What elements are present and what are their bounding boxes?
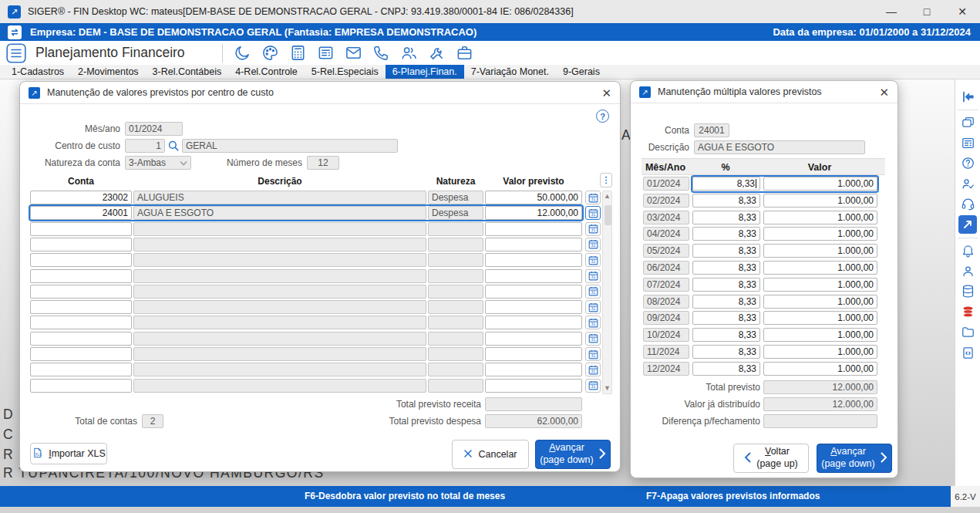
table-scrollbar[interactable]: ▲ ▼ [602, 191, 612, 394]
cell-valor-input[interactable]: 1.000,00 [763, 362, 877, 376]
cell-descricao[interactable] [133, 300, 426, 314]
cell-conta[interactable] [30, 285, 132, 299]
calendar-icon[interactable]: 31 [585, 253, 601, 267]
cell-valor-previsto[interactable] [485, 285, 582, 299]
cell-percent-input[interactable]: 8,33 [692, 177, 760, 191]
mes-ano-field[interactable]: 01/2024 [125, 122, 183, 136]
cell-descricao[interactable] [133, 379, 426, 393]
calendar-icon[interactable]: 31 [585, 191, 601, 204]
cell-percent-input[interactable]: 8,33 [692, 295, 760, 309]
cell-percent-input[interactable]: 8,33 [692, 345, 760, 359]
cell-conta[interactable] [30, 269, 132, 283]
calculator-icon[interactable] [289, 44, 307, 62]
cell-valor-previsto[interactable] [485, 363, 582, 376]
switch-company-icon[interactable] [8, 25, 22, 39]
cost-table-row[interactable]: 31 [30, 300, 601, 314]
calendar-icon[interactable]: 31 [585, 300, 601, 314]
cell-valor-previsto[interactable]: 50.000,00 [485, 191, 582, 204]
centro-custo-code-field[interactable]: 1 [125, 139, 165, 153]
cell-conta[interactable] [30, 300, 132, 314]
cell-descricao[interactable]: AGUA E ESGOTO [133, 206, 426, 220]
cell-descricao[interactable] [133, 269, 426, 283]
cell-percent-input[interactable]: 8,33 [692, 194, 760, 208]
cell-valor-previsto[interactable]: 12.000,00 [485, 206, 582, 220]
cell-valor-input[interactable]: 1.000,00 [763, 311, 877, 325]
cell-conta[interactable]: 23002 [30, 191, 132, 204]
multi-table-row[interactable]: 04/20248,331.000,00 [643, 227, 877, 241]
multi-table-row[interactable]: 08/20248,331.000,00 [643, 295, 877, 309]
multi-table-row[interactable]: 09/20248,331.000,00 [643, 311, 877, 326]
calendar-icon[interactable]: 31 [585, 379, 601, 393]
cell-descricao[interactable] [133, 347, 426, 361]
menu-item-9-gerais[interactable]: 9-Gerais [556, 65, 607, 79]
cost-table-row[interactable]: 24001AGUA E ESGOTODespesa12.000,0031 [30, 206, 601, 220]
cell-valor-input[interactable]: 1.000,00 [763, 227, 877, 241]
collapse-left-icon[interactable] [958, 87, 977, 106]
cell-conta[interactable] [30, 253, 132, 267]
cell-valor-input[interactable]: 1.000,00 [763, 278, 877, 292]
cell-descricao[interactable] [133, 363, 426, 376]
menu-item-6-planej-finan-[interactable]: 6-Planej.Finan. [386, 65, 464, 79]
cell-conta[interactable] [30, 222, 132, 236]
multi-table-row[interactable]: 05/20248,331.000,00 [643, 244, 877, 258]
cost-table-row[interactable]: 31 [30, 332, 601, 346]
cell-conta[interactable] [30, 238, 132, 251]
mail-icon[interactable] [345, 44, 362, 62]
cell-percent-input[interactable]: 8,33 [692, 278, 760, 292]
voltar-button[interactable]: Voltar(page up) [733, 444, 809, 473]
natureza-conta-select[interactable]: 3-Ambas [125, 156, 191, 170]
menu-hamburger-icon[interactable] [6, 43, 26, 63]
close-icon[interactable]: ✕ [879, 86, 889, 98]
cell-valor-input[interactable]: 1.000,00 [763, 345, 877, 359]
cell-conta[interactable] [30, 332, 132, 346]
cell-descricao[interactable] [133, 222, 426, 236]
cost-table-row[interactable]: 31 [30, 269, 601, 283]
cell-descricao[interactable]: ALUGUEIS [133, 191, 426, 204]
avancar-button[interactable]: Avançar(page down) [535, 440, 611, 469]
cost-table-row[interactable]: 31 [30, 285, 601, 299]
cell-conta[interactable] [30, 316, 132, 329]
scrollbar-thumb[interactable] [605, 205, 611, 225]
cell-valor-previsto[interactable] [485, 222, 582, 236]
cell-percent-input[interactable]: 8,33 [692, 211, 760, 224]
database-icon[interactable] [958, 282, 977, 301]
news-icon[interactable] [958, 133, 977, 152]
close-button[interactable]: ✕ [945, 0, 980, 23]
multi-table-row[interactable]: 11/20248,331.000,00 [643, 345, 877, 359]
cell-valor-input[interactable]: 1.000,00 [763, 194, 877, 208]
cell-percent-input[interactable]: 8,33 [692, 261, 760, 275]
menu-item-7-varia-o-monet-[interactable]: 7-Variação Monet. [464, 65, 556, 79]
cost-table-row[interactable]: 23002ALUGUEISDespesa50.000,0031 [30, 191, 601, 204]
users-icon[interactable] [400, 44, 418, 62]
cell-percent-input[interactable]: 8,33 [692, 227, 760, 241]
cell-valor-previsto[interactable] [485, 269, 582, 283]
cost-table-row[interactable]: 31 [30, 238, 601, 251]
cell-valor-previsto[interactable] [485, 316, 582, 329]
help-icon[interactable]: ? [596, 110, 609, 123]
cell-valor-input[interactable]: 1.000,00 [763, 295, 877, 309]
scroll-up-icon[interactable]: ▲ [604, 193, 611, 200]
moon-icon[interactable] [234, 44, 251, 62]
multi-table-row[interactable]: 07/20248,331.000,00 [643, 278, 877, 292]
palette-icon[interactable] [261, 44, 279, 62]
briefcase-icon[interactable] [456, 44, 473, 62]
cell-percent-input[interactable]: 8,33 [692, 311, 760, 325]
calendar-icon[interactable]: 31 [585, 206, 601, 220]
calendar-icon[interactable]: 31 [585, 269, 601, 283]
cost-table-row[interactable]: 31 [30, 316, 601, 329]
numero-meses-field[interactable]: 12 [307, 156, 339, 170]
cost-table-row[interactable]: 31 [30, 347, 601, 361]
cell-valor-input[interactable]: 1.000,00 [763, 328, 877, 342]
cell-conta[interactable]: 24001 [30, 206, 132, 220]
cell-conta[interactable] [30, 379, 132, 393]
centro-custo-name-field[interactable]: GERAL [182, 139, 398, 153]
cell-descricao[interactable] [133, 285, 426, 299]
user-check-icon[interactable] [958, 174, 977, 193]
multi-table-row[interactable]: 03/20248,331.000,00 [643, 211, 877, 225]
cell-valor-input[interactable]: 1.000,00 [763, 177, 877, 191]
table-options-kebab-icon[interactable]: ⋮ [600, 173, 612, 187]
search-icon[interactable] [167, 139, 180, 155]
cell-percent-input[interactable]: 8,33 [692, 244, 760, 258]
help-icon[interactable] [958, 154, 977, 173]
multi-table-row[interactable]: 12/20248,331.000,00 [643, 362, 877, 376]
